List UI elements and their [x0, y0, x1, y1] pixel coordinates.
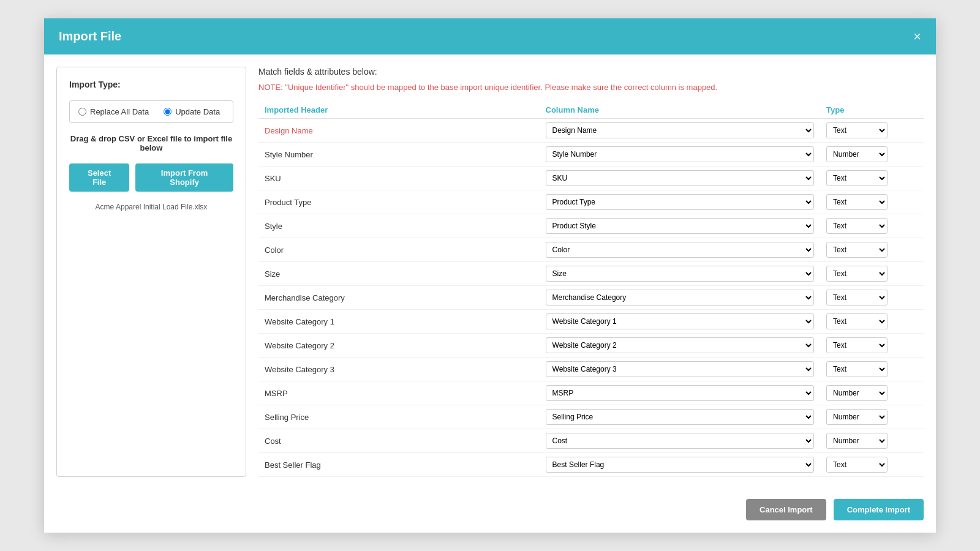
column-name-select[interactable]: Design NameStyle NumberSKUProduct TypePr…	[546, 337, 815, 353]
select-file-button[interactable]: Select File	[69, 163, 129, 192]
type-select[interactable]: TextNumber	[826, 433, 888, 449]
imported-header-cell: Best Seller Flag	[258, 453, 540, 477]
imported-header-cell: Merchandise Category	[258, 286, 540, 310]
column-name-cell[interactable]: Design NameStyle NumberSKUProduct TypePr…	[540, 286, 821, 310]
column-name-cell[interactable]: Design NameStyle NumberSKUProduct TypePr…	[540, 358, 821, 381]
imported-header-cell: Design Name	[258, 119, 540, 143]
complete-import-button[interactable]: Complete Import	[834, 499, 924, 520]
column-name-select[interactable]: Design NameStyle NumberSKUProduct TypePr…	[546, 194, 815, 210]
type-cell[interactable]: TextNumber	[820, 143, 924, 167]
column-name-select[interactable]: Design NameStyle NumberSKUProduct TypePr…	[546, 313, 815, 329]
note-text: NOTE: "Unique Identifier" should be mapp…	[258, 83, 924, 92]
radio-replace-label[interactable]: Replace All Data	[78, 107, 149, 116]
radio-update-label[interactable]: Update Data	[164, 107, 220, 116]
type-cell[interactable]: TextNumber	[820, 262, 924, 286]
type-select[interactable]: TextNumber	[826, 242, 888, 258]
table-row: StyleDesign NameStyle NumberSKUProduct T…	[258, 214, 924, 238]
type-cell[interactable]: TextNumber	[820, 119, 924, 143]
close-button[interactable]: ×	[913, 30, 921, 43]
column-name-cell[interactable]: Design NameStyle NumberSKUProduct TypePr…	[540, 190, 821, 214]
type-select[interactable]: TextNumber	[826, 194, 888, 210]
type-select[interactable]: TextNumber	[826, 313, 888, 329]
table-header-row: Imported Header Column Name Type	[258, 102, 924, 119]
file-name: Acme Apparel Initial Load File.xlsx	[69, 203, 233, 211]
column-name-select[interactable]: Design NameStyle NumberSKUProduct TypePr…	[546, 122, 815, 138]
column-name-cell[interactable]: Design NameStyle NumberSKUProduct TypePr…	[540, 143, 821, 167]
imported-header-cell: Website Category 3	[258, 358, 540, 381]
column-name-cell[interactable]: Design NameStyle NumberSKUProduct TypePr…	[540, 453, 821, 477]
table-row: Website Category 1Design NameStyle Numbe…	[258, 310, 924, 334]
column-name-select[interactable]: Design NameStyle NumberSKUProduct TypePr…	[546, 290, 815, 305]
column-name-select[interactable]: Design NameStyle NumberSKUProduct TypePr…	[546, 385, 815, 401]
import-type-label: Import Type:	[69, 80, 233, 89]
imported-header-cell: Style	[258, 214, 540, 238]
cancel-import-button[interactable]: Cancel Import	[746, 499, 826, 520]
column-name-cell[interactable]: Design NameStyle NumberSKUProduct TypePr…	[540, 238, 821, 262]
type-select[interactable]: TextNumber	[826, 218, 888, 234]
column-name-cell[interactable]: Design NameStyle NumberSKUProduct TypePr…	[540, 334, 821, 358]
type-select[interactable]: TextNumber	[826, 337, 888, 353]
type-cell[interactable]: TextNumber	[820, 167, 924, 190]
type-cell[interactable]: TextNumber	[820, 238, 924, 262]
modal-body: Import Type: Replace All Data Update Dat…	[44, 54, 936, 489]
type-select[interactable]: TextNumber	[826, 266, 888, 282]
type-cell[interactable]: TextNumber	[820, 286, 924, 310]
type-select[interactable]: TextNumber	[826, 122, 888, 138]
table-row: SizeDesign NameStyle NumberSKUProduct Ty…	[258, 262, 924, 286]
column-name-select[interactable]: Design NameStyle NumberSKUProduct TypePr…	[546, 218, 815, 234]
table-row: Website Category 3Design NameStyle Numbe…	[258, 358, 924, 381]
type-cell[interactable]: TextNumber	[820, 453, 924, 477]
type-cell[interactable]: TextNumber	[820, 310, 924, 334]
table-row: Merchandise CategoryDesign NameStyle Num…	[258, 286, 924, 310]
type-cell[interactable]: TextNumber	[820, 334, 924, 358]
import-shopify-button[interactable]: Import From Shopify	[135, 163, 233, 192]
column-name-cell[interactable]: Design NameStyle NumberSKUProduct TypePr…	[540, 310, 821, 334]
modal-header: Import File ×	[44, 18, 936, 54]
table-row: Product TypeDesign NameStyle NumberSKUPr…	[258, 190, 924, 214]
drag-drop-text: Drag & drop CSV or Excel file to import …	[69, 134, 233, 152]
column-name-cell[interactable]: Design NameStyle NumberSKUProduct TypePr…	[540, 119, 821, 143]
column-name-cell[interactable]: Design NameStyle NumberSKUProduct TypePr…	[540, 167, 821, 190]
type-cell[interactable]: TextNumber	[820, 429, 924, 453]
imported-header-cell: Product Type	[258, 190, 540, 214]
column-name-select[interactable]: Design NameStyle NumberSKUProduct TypePr…	[546, 242, 815, 258]
right-panel: Match fields & attributes below: NOTE: "…	[258, 67, 924, 477]
column-name-select[interactable]: Design NameStyle NumberSKUProduct TypePr…	[546, 266, 815, 282]
type-select[interactable]: TextNumber	[826, 170, 888, 186]
table-row: SKUDesign NameStyle NumberSKUProduct Typ…	[258, 167, 924, 190]
column-name-cell[interactable]: Design NameStyle NumberSKUProduct TypePr…	[540, 405, 821, 429]
table-row: Design NameDesign NameStyle NumberSKUPro…	[258, 119, 924, 143]
type-cell[interactable]: TextNumber	[820, 358, 924, 381]
type-select[interactable]: TextNumber	[826, 146, 888, 162]
column-name-select[interactable]: Design NameStyle NumberSKUProduct TypePr…	[546, 146, 815, 162]
column-name-select[interactable]: Design NameStyle NumberSKUProduct TypePr…	[546, 361, 815, 377]
type-cell[interactable]: TextNumber	[820, 214, 924, 238]
type-select[interactable]: TextNumber	[826, 457, 888, 473]
left-panel: Import Type: Replace All Data Update Dat…	[56, 67, 246, 477]
type-select[interactable]: TextNumber	[826, 361, 888, 377]
col-header-type: Type	[820, 102, 924, 119]
column-name-select[interactable]: Design NameStyle NumberSKUProduct TypePr…	[546, 457, 815, 473]
type-select[interactable]: TextNumber	[826, 290, 888, 305]
imported-header-cell: Website Category 2	[258, 334, 540, 358]
footer-buttons: Cancel Import Complete Import	[44, 489, 936, 533]
column-name-select[interactable]: Design NameStyle NumberSKUProduct TypePr…	[546, 170, 815, 186]
imported-header-cell: Size	[258, 262, 540, 286]
imported-header-cell: MSRP	[258, 381, 540, 405]
column-name-cell[interactable]: Design NameStyle NumberSKUProduct TypePr…	[540, 429, 821, 453]
column-name-cell[interactable]: Design NameStyle NumberSKUProduct TypePr…	[540, 381, 821, 405]
type-cell[interactable]: TextNumber	[820, 405, 924, 429]
imported-header-cell: Color	[258, 238, 540, 262]
type-cell[interactable]: TextNumber	[820, 190, 924, 214]
type-select[interactable]: TextNumber	[826, 385, 888, 401]
type-cell[interactable]: TextNumber	[820, 381, 924, 405]
column-name-select[interactable]: Design NameStyle NumberSKUProduct TypePr…	[546, 409, 815, 425]
table-row: Best Seller FlagDesign NameStyle NumberS…	[258, 453, 924, 477]
type-select[interactable]: TextNumber	[826, 409, 888, 425]
radio-replace[interactable]	[78, 108, 86, 116]
column-name-cell[interactable]: Design NameStyle NumberSKUProduct TypePr…	[540, 262, 821, 286]
fields-table: Imported Header Column Name Type Design …	[258, 102, 924, 477]
column-name-cell[interactable]: Design NameStyle NumberSKUProduct TypePr…	[540, 214, 821, 238]
radio-update[interactable]	[164, 108, 172, 116]
column-name-select[interactable]: Design NameStyle NumberSKUProduct TypePr…	[546, 433, 815, 449]
